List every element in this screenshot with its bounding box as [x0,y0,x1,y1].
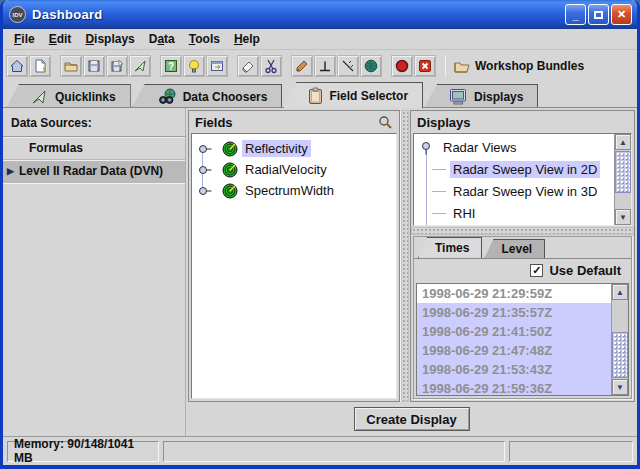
scroll-up-icon[interactable]: ▲ [612,284,628,300]
tree-expander-icon[interactable] [196,184,218,198]
menu-edit[interactable]: Edit [42,30,79,48]
radar-icon [222,141,238,157]
workshop-bundles[interactable]: Workshop Bundles [454,59,584,73]
edit-formulas-button[interactable] [291,55,313,77]
tab-label: Quicklinks [55,90,116,104]
scrollbar-thumb[interactable] [615,151,631,193]
title-bar[interactable]: IDV Dashboard _ ✕ [3,0,637,29]
display-item-2d[interactable]: Radar Sweep View in 2D [420,158,631,180]
menu-displays[interactable]: Displays [78,30,141,48]
tab-quicklinks[interactable]: Quicklinks [6,84,131,108]
scroll-down-icon[interactable]: ▼ [615,209,631,225]
tab-field-selector[interactable]: Field Selector [283,82,423,108]
menu-file[interactable]: File [7,30,42,48]
time-row[interactable]: 1998-06-29 21:35:57Z [417,303,611,322]
subtab-label: Level [501,242,532,256]
erase-button[interactable] [237,55,259,77]
use-default-row: ✓ Use Default [414,259,631,282]
field-row-spectrumwidth[interactable]: SpectrumWidth [196,180,396,201]
scrollbar-thumb[interactable] [612,332,628,378]
toolbar: ? Workshop Bundles [3,50,637,81]
svg-text:?: ? [168,60,174,71]
binoculars-globe-icon [157,88,177,105]
menu-help[interactable]: Help [227,30,267,48]
tab-label: Field Selector [329,89,408,103]
help-button[interactable]: ? [160,55,182,77]
display-group-radar-views[interactable]: Radar Views [420,137,631,158]
new-bundle-button[interactable] [29,55,51,77]
times-scrollbar[interactable]: ▲ ▼ [611,284,628,395]
cut-button[interactable] [260,55,282,77]
globe-button[interactable] [360,55,382,77]
scroll-down-icon[interactable]: ▼ [612,379,628,395]
time-row[interactable]: 1998-06-29 21:29:59Z [417,284,611,303]
save-as-icon [109,58,125,74]
displays-panel: Displays Radar Views Radar Sweep View in… [410,110,635,402]
tab-data-choosers[interactable]: Data Choosers [132,84,283,108]
window-title: Dashboard [32,7,563,22]
tab-level[interactable]: Level [484,239,545,258]
tab-times[interactable]: Times [418,237,482,258]
time-row[interactable]: 1998-06-29 21:59:36Z [417,379,611,396]
field-row-reflectivity[interactable]: Reflectivity [196,138,396,159]
measure-button[interactable] [337,55,359,77]
home-button[interactable] [6,55,28,77]
tree-expander-icon[interactable] [420,140,436,156]
idv-logo-icon: IDV [9,6,26,23]
times-list: 1998-06-29 21:29:59Z 1998-06-29 21:35:57… [417,284,611,396]
tree-expander-icon[interactable] [196,163,218,177]
quicklinks-icon [31,89,49,105]
radar-icon [222,183,238,199]
axis-button[interactable] [314,55,336,77]
close-button[interactable]: ✕ [611,4,632,25]
time-row[interactable]: 1998-06-29 21:41:50Z [417,322,611,341]
display-label: Radar Sweep View in 2D [450,161,600,178]
maximize-icon [594,11,603,19]
display-item-rhi[interactable]: RHI [420,202,631,224]
source-item-formulas[interactable]: ▶ Formulas [3,137,185,160]
status-bar: Memory: 90/148/1041 MB [3,436,637,465]
field-label: SpectrumWidth [242,182,337,199]
console-button[interactable] [206,55,228,77]
new-bundle-icon [32,58,48,74]
tab-displays[interactable]: Displays [424,84,538,108]
cancel-button[interactable] [414,55,436,77]
create-display-button[interactable]: Create Display [354,407,470,431]
maximize-button[interactable] [588,4,609,25]
time-row[interactable]: 1998-06-29 21:47:48Z [417,341,611,360]
use-default-checkbox[interactable]: ✓ [530,264,543,277]
help-icon: ? [163,58,179,74]
data-sources-panel: Data Sources: ▶ Formulas ▶ Level II Rada… [3,108,186,436]
publish-button[interactable] [129,55,151,77]
split-divider-horizontal[interactable] [411,227,634,235]
display-item-cappi[interactable]: CAPPI [420,224,631,226]
selected-arrow-icon: ▶ [7,166,17,176]
dashboard-window: IDV Dashboard _ ✕ File Edit Displays Dat… [0,0,640,469]
source-item-level2-radar[interactable]: ▶ Level II Radar Data (DVN) [3,160,185,183]
cancel-icon [417,58,433,74]
menu-data[interactable]: Data [142,30,182,48]
save-as-button[interactable] [106,55,128,77]
displays-scrollbar[interactable]: ▲ ▼ [614,134,631,225]
split-divider-vertical[interactable] [401,110,409,402]
scroll-up-icon[interactable]: ▲ [615,134,631,150]
field-row-radialvelocity[interactable]: RadialVelocity [196,159,396,180]
search-icon[interactable] [377,114,393,130]
displays-tree-box: Radar Views Radar Sweep View in 2D Radar… [413,133,632,226]
data-sources-list: ▶ Formulas ▶ Level II Radar Data (DVN) [3,136,185,184]
save-button[interactable] [83,55,105,77]
minimize-button[interactable]: _ [565,4,586,25]
time-row[interactable]: 1998-06-29 21:53:43Z [417,360,611,379]
axis-icon [317,58,333,74]
pencil-icon [294,58,310,74]
tree-expander-icon[interactable] [196,142,218,156]
check-icon: ✓ [532,265,541,276]
display-group-label: Radar Views [440,139,519,156]
tips-button[interactable] [183,55,205,77]
menu-tools[interactable]: Tools [182,30,227,48]
stop-loads-button[interactable] [391,55,413,77]
globe-icon [363,58,379,74]
open-button[interactable] [60,55,82,77]
subset-tab-bar: Times Level [414,237,631,259]
display-item-3d[interactable]: Radar Sweep View in 3D [420,180,631,202]
